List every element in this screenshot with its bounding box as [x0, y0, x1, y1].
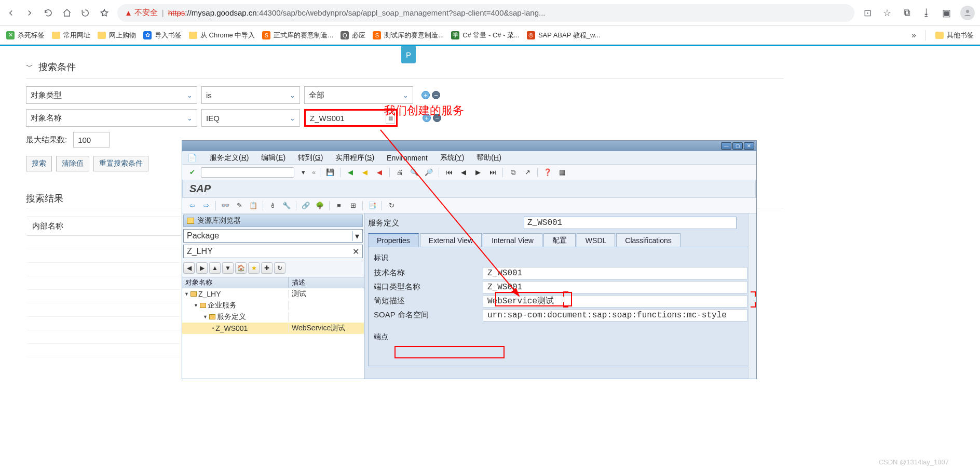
- help-icon[interactable]: ❓: [542, 167, 553, 178]
- menu-help[interactable]: 帮助(H): [477, 153, 501, 163]
- clear-button[interactable]: 清除值: [56, 156, 89, 171]
- add-row-button[interactable]: +: [421, 91, 430, 99]
- extensions-icon[interactable]: ⧉: [901, 7, 913, 19]
- menu-utilities[interactable]: 实用程序(S): [335, 153, 374, 163]
- operator-select-2[interactable]: IEQ⌄: [201, 109, 300, 127]
- menu-goto[interactable]: 转到(G): [298, 153, 323, 163]
- hierarchy-icon[interactable]: 🌳: [314, 200, 325, 211]
- forward-icon[interactable]: [24, 7, 35, 19]
- profile-avatar-icon[interactable]: [960, 6, 975, 20]
- operator-select-1[interactable]: is⌄: [201, 86, 300, 104]
- service-def-value[interactable]: Z_WS001: [524, 217, 737, 229]
- tab-wsdl[interactable]: WSDL: [577, 233, 615, 247]
- tab-external-view[interactable]: External View: [420, 233, 482, 247]
- clear-icon[interactable]: ✕: [352, 247, 359, 257]
- bookmark-csharp[interactable]: 学C# 常量 - C# - 菜...: [451, 31, 520, 40]
- tree-row[interactable]: ▼服务定义: [182, 311, 364, 323]
- nav-home-icon[interactable]: 🏠: [235, 262, 247, 274]
- display-icon[interactable]: 👓: [220, 200, 231, 211]
- search-criteria-header[interactable]: ﹀ 搜索条件: [26, 51, 980, 77]
- other-object-icon[interactable]: ≡: [333, 200, 345, 211]
- history-back-icon[interactable]: [80, 7, 91, 19]
- download-icon[interactable]: ⭳: [921, 7, 932, 19]
- bookmark-shopping[interactable]: 网上购物: [98, 31, 136, 40]
- menu-doc-icon[interactable]: 📄: [187, 153, 197, 163]
- save-icon[interactable]: 💾: [324, 167, 336, 178]
- nav-down-icon[interactable]: ▼: [222, 262, 234, 274]
- exit-icon[interactable]: ◀: [359, 167, 371, 178]
- bookmark-import[interactable]: ✿导入书签: [143, 31, 182, 40]
- results-col-internal-name[interactable]: 内部名称: [27, 217, 181, 236]
- nav-add-fav-icon[interactable]: ✚: [261, 262, 273, 274]
- bookmark-bing[interactable]: Q必应: [341, 31, 365, 40]
- bookmark-test-saiyi[interactable]: S测试库的赛意制造...: [373, 31, 444, 40]
- enter-icon[interactable]: ✔: [186, 167, 198, 178]
- tree-row[interactable]: •Z_WS001WebService测试: [182, 323, 364, 334]
- reload-icon[interactable]: [43, 7, 54, 19]
- nav-right-icon[interactable]: ▶: [196, 262, 208, 274]
- minimize-button[interactable]: —: [721, 142, 731, 150]
- bookmark-sap-abap[interactable]: ◎SAP ABAP 教程_w...: [527, 31, 600, 40]
- bookmark-other-folder[interactable]: 其他书签: [935, 31, 974, 40]
- bookmark-common[interactable]: 常用网址: [52, 31, 90, 40]
- new-session-icon[interactable]: ⧉: [507, 167, 519, 178]
- menu-service-def[interactable]: 服务定义(R): [210, 153, 249, 163]
- tab-classifications[interactable]: Classifications: [616, 233, 680, 247]
- activate-icon[interactable]: 🕯: [267, 200, 278, 211]
- sidepanel-icon[interactable]: ▣: [941, 7, 952, 19]
- dropdown-icon[interactable]: ▾: [297, 167, 309, 178]
- shortcut-icon[interactable]: ↗: [522, 167, 533, 178]
- print-icon[interactable]: 🖨: [394, 167, 405, 178]
- next-page-icon[interactable]: ▶: [472, 167, 484, 178]
- change-icon[interactable]: ✎: [234, 200, 245, 211]
- remove-row-button[interactable]: −: [432, 91, 440, 99]
- package-name-input[interactable]: Z_LHY✕: [183, 245, 363, 258]
- reset-button[interactable]: 重置搜索条件: [93, 156, 148, 171]
- back-icon[interactable]: [5, 7, 17, 19]
- tab-配置[interactable]: 配置: [543, 233, 576, 247]
- first-page-icon[interactable]: ⏮: [443, 167, 455, 178]
- nav-refresh-icon[interactable]: ↻: [274, 262, 285, 274]
- object-name-select[interactable]: 对象名称⌄: [26, 109, 197, 127]
- back-icon[interactable]: ◀: [345, 167, 356, 178]
- refresh-icon[interactable]: ↻: [386, 200, 397, 211]
- layout-icon[interactable]: ▦: [556, 167, 568, 178]
- doc-icon[interactable]: 📑: [366, 200, 378, 211]
- value-select-1[interactable]: 全部⌄: [304, 86, 413, 104]
- tab-internal-view[interactable]: Internal View: [483, 233, 542, 247]
- bookmark-kill-tabs[interactable]: ✕杀死标签: [6, 31, 45, 40]
- bookmark-more-icon[interactable]: »: [911, 31, 916, 40]
- tree-row[interactable]: ▼Z_LHY测试: [182, 288, 364, 300]
- nav-fwd-icon[interactable]: ⇨: [200, 200, 212, 211]
- tree-row[interactable]: ▼企业服务: [182, 300, 364, 311]
- where-used-icon[interactable]: 🔗: [300, 200, 311, 211]
- home-icon[interactable]: [61, 7, 73, 19]
- test-icon[interactable]: 🔧: [281, 200, 292, 211]
- close-button[interactable]: ✕: [744, 142, 754, 150]
- bookmark-chrome-import[interactable]: 从 Chrome 中导入: [189, 31, 255, 40]
- url-bar[interactable]: ▲ 不安全 | https://mysap.goodsap.cn:44300/s…: [117, 4, 854, 22]
- nav-back-icon[interactable]: ⇦: [186, 200, 198, 211]
- tree-col-desc[interactable]: 描述: [289, 277, 364, 288]
- nav-left-icon[interactable]: ◀: [183, 262, 195, 274]
- menu-edit[interactable]: 编辑(E): [261, 153, 285, 163]
- tab-properties[interactable]: Properties: [368, 233, 419, 247]
- command-field[interactable]: [201, 167, 294, 178]
- menu-system[interactable]: 系统(Y): [440, 153, 465, 163]
- value-input-2[interactable]: Z_WS001 ▦: [304, 109, 398, 127]
- find-next-icon[interactable]: 🔎: [423, 167, 434, 178]
- object-type-select[interactable]: 对象类型⌄: [26, 86, 197, 104]
- bookmark-prod-saiyi[interactable]: S正式库的赛意制造...: [262, 31, 333, 40]
- enhance-icon[interactable]: ⊞: [347, 200, 359, 211]
- star-outline-icon[interactable]: [99, 7, 110, 19]
- tree-col-object[interactable]: 对象名称: [182, 277, 289, 288]
- find-icon[interactable]: 🔍: [409, 167, 420, 178]
- vertical-scrollbar[interactable]: [748, 213, 756, 379]
- nav-up-icon[interactable]: ▲: [209, 262, 221, 274]
- last-page-icon[interactable]: ⏭: [487, 167, 498, 178]
- menu-environment[interactable]: Environment: [387, 154, 428, 162]
- cancel-icon[interactable]: ◀: [374, 167, 385, 178]
- nav-history-icon[interactable]: ★: [248, 262, 260, 274]
- max-results-input[interactable]: 100: [73, 132, 110, 148]
- maximize-button[interactable]: ▢: [732, 142, 743, 150]
